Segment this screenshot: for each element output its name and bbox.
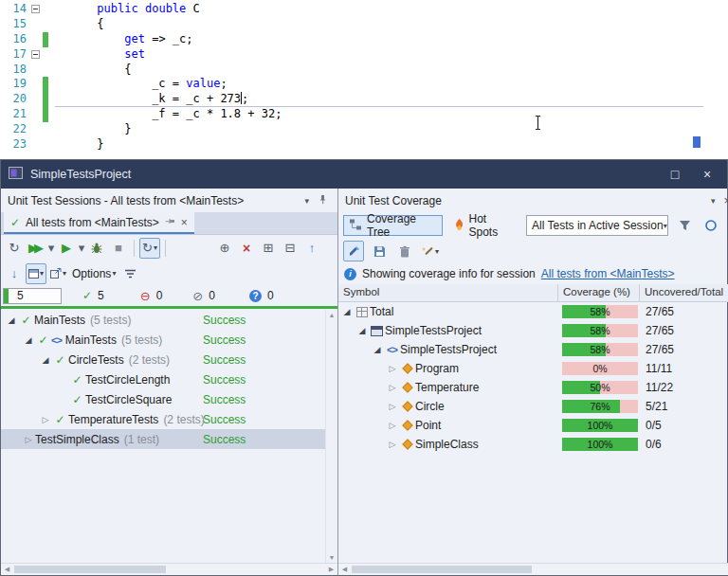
- test-tree-row[interactable]: ◢✓CircleTests(2 tests)Success: [1, 350, 325, 369]
- scrollbar-thumb[interactable]: [14, 566, 166, 573]
- tab-pin-icon[interactable]: [165, 216, 175, 229]
- scroll-down-icon[interactable]: ▼: [329, 554, 336, 561]
- maximize-button[interactable]: □: [663, 167, 687, 182]
- coverage-row[interactable]: ▷Temperature50%11/22: [338, 378, 728, 397]
- scroll-left-icon[interactable]: ◀: [1, 564, 13, 575]
- editor-line[interactable]: 22 }: [0, 122, 728, 137]
- run-all-tests-button[interactable]: ▶▶: [26, 238, 46, 259]
- tree-expander-icon[interactable]: ▷: [386, 383, 399, 392]
- tree-expander-icon[interactable]: ▷: [22, 435, 35, 444]
- test-passed-icon: ✓: [69, 373, 85, 387]
- drop-coverage-button[interactable]: [394, 241, 415, 261]
- stop-button[interactable]: ■: [108, 238, 129, 259]
- code-editor[interactable]: 14 public double C15 {16 get => _c;17 se…: [0, 0, 728, 159]
- test-tree-row[interactable]: ✓TestCircleSquareSuccess: [1, 389, 325, 409]
- previous-test-button[interactable]: ↑: [301, 238, 322, 259]
- coverage-row[interactable]: ▷Circle76%5/21: [338, 397, 728, 416]
- repeat-tests-button[interactable]: ↻▾: [139, 238, 160, 259]
- collapse-all-button[interactable]: ⊟: [280, 238, 300, 259]
- editor-line[interactable]: 16 get => _c;: [0, 32, 728, 47]
- coverage-row[interactable]: ▷Point100%0/5: [338, 416, 728, 435]
- pane-menu-chevron-icon[interactable]: ▾: [304, 196, 309, 206]
- editor-line[interactable]: 14 public double C: [0, 2, 728, 17]
- coverage-grid-area: Symbol Coverage (%) Uncovered/Total ◢Tot…: [338, 284, 728, 563]
- group-by-button[interactable]: ▾: [26, 263, 46, 284]
- tree-expander-icon[interactable]: ◢: [39, 355, 52, 365]
- tree-expander-icon[interactable]: ▷: [39, 415, 52, 424]
- column-uncovered-total[interactable]: Uncovered/Total: [640, 284, 728, 301]
- tree-expander-icon[interactable]: ◢: [340, 307, 354, 316]
- debug-tests-button[interactable]: [86, 238, 107, 259]
- highlight-coverage-button[interactable]: [343, 241, 364, 261]
- session-filter-combo[interactable]: All Tests in Active Session ▾: [526, 215, 668, 236]
- close-button[interactable]: ×: [695, 167, 719, 182]
- coverage-row[interactable]: ◢Total58%27/65: [338, 302, 728, 321]
- run-tests-button[interactable]: ▶: [56, 238, 77, 259]
- configure-button[interactable]: ▾: [420, 241, 441, 261]
- filter-lines-button[interactable]: [119, 263, 140, 284]
- tree-horizontal-scrollbar[interactable]: ◀ ▶: [1, 563, 337, 575]
- tree-expander-icon[interactable]: ◢: [371, 345, 384, 354]
- remove-tests-button[interactable]: ×: [236, 238, 257, 259]
- tab-close-icon[interactable]: ×: [181, 216, 188, 229]
- fold-collapse-icon[interactable]: [31, 50, 40, 59]
- pin-icon[interactable]: [318, 194, 328, 207]
- test-tree-row[interactable]: ✓TestCircleLengthSuccess: [1, 369, 325, 389]
- append-tests-button[interactable]: ⊕: [214, 238, 235, 259]
- editor-line[interactable]: 15 {: [0, 17, 728, 32]
- coverage-row[interactable]: ◢<>SimpleTestsProject58%27/65: [338, 340, 728, 359]
- scroll-right-icon[interactable]: ▶: [325, 564, 337, 575]
- coverage-row[interactable]: ▷SimpleClass100%0/6: [338, 435, 728, 454]
- editor-line[interactable]: 21 _f = _c * 1.8 + 32;: [0, 107, 728, 122]
- fold-collapse-icon[interactable]: [31, 5, 40, 13]
- pane-close-icon[interactable]: ×: [724, 193, 728, 207]
- pane-menu-chevron-icon[interactable]: ▾: [711, 196, 716, 206]
- refresh-button[interactable]: ↻: [4, 238, 25, 259]
- editor-line[interactable]: 17 set: [0, 47, 728, 63]
- editor-line[interactable]: 18 {: [0, 63, 728, 78]
- editor-line[interactable]: 20 _k = _c + 273;: [0, 92, 728, 107]
- test-tree-row[interactable]: ◢✓<>MainTests(5 tests)Success: [1, 330, 325, 350]
- editor-line[interactable]: 23 }: [0, 137, 728, 153]
- test-name: TestSimpleClass: [35, 433, 119, 446]
- column-symbol[interactable]: Symbol: [338, 284, 558, 301]
- sessions-pane-header[interactable]: Unit Test Sessions - All tests from <Mai…: [1, 189, 337, 212]
- filter-button[interactable]: [674, 215, 695, 236]
- passed-count: 5: [98, 289, 104, 302]
- export-button[interactable]: ▾: [47, 263, 68, 284]
- scrollbar-thumb[interactable]: [352, 566, 532, 573]
- options-button[interactable]: Options▾: [69, 263, 118, 284]
- next-test-button[interactable]: ↓: [4, 263, 25, 284]
- run-all-chevron-icon[interactable]: ▾: [47, 238, 55, 259]
- tree-expander-icon[interactable]: ▷: [386, 364, 399, 373]
- coverage-tree-button[interactable]: Coverage Tree: [343, 215, 443, 236]
- coverage-row[interactable]: ▷Program0%11/11: [338, 359, 728, 378]
- test-tree-row[interactable]: ▷✓TemperatureTests(2 tests)Success: [1, 409, 325, 429]
- session-link[interactable]: All tests from <MainTests>: [541, 267, 675, 280]
- tree-expander-icon[interactable]: ◢: [22, 335, 35, 345]
- coverage-row[interactable]: ◢SimpleTestsProject58%27/65: [338, 321, 728, 340]
- session-tab[interactable]: ✓ All tests from <MainTests> ×: [4, 212, 194, 234]
- scroll-up-icon[interactable]: ▲: [329, 312, 336, 318]
- editor-line[interactable]: 19 _c = value;: [0, 77, 728, 92]
- tree-expander-icon[interactable]: ◢: [5, 315, 18, 325]
- tree-expander-icon[interactable]: ▷: [386, 402, 399, 411]
- tree-vertical-scrollbar[interactable]: ▲ ▼: [325, 310, 337, 563]
- test-tree-row[interactable]: ▷TestSimpleClass(1 test)Success: [1, 429, 325, 449]
- window-titlebar[interactable]: SimpleTestsProject □ ×: [1, 160, 727, 189]
- save-report-button[interactable]: [369, 241, 390, 261]
- expand-all-button[interactable]: ⊞: [258, 238, 279, 259]
- run-chevron-icon[interactable]: ▾: [78, 238, 85, 259]
- tracking-button[interactable]: [701, 215, 721, 236]
- tree-expander-icon[interactable]: ▷: [386, 421, 399, 430]
- tree-expander-icon[interactable]: ◢: [355, 326, 369, 335]
- coverage-pane-header[interactable]: Unit Test Coverage ▾ ×: [338, 189, 728, 212]
- grid-horizontal-scrollbar[interactable]: ◀ ▶: [338, 563, 728, 575]
- test-tree-row[interactable]: ◢✓MainTests(5 tests)Success: [1, 310, 325, 330]
- column-coverage[interactable]: Coverage (%): [558, 284, 640, 301]
- tree-expander-icon[interactable]: ▷: [386, 440, 399, 449]
- hot-spots-button[interactable]: Hot Spots: [448, 215, 521, 236]
- class-icon: [399, 441, 415, 448]
- scroll-left-icon[interactable]: ◀: [338, 564, 351, 575]
- coverage-grid-header[interactable]: Symbol Coverage (%) Uncovered/Total: [338, 284, 728, 302]
